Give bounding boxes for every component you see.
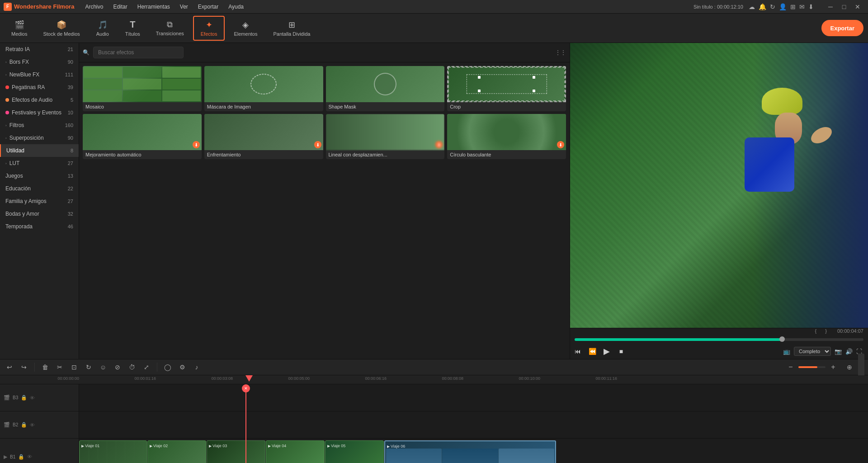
zoom-in-button[interactable]: + [827,361,839,373]
search-input[interactable] [93,47,184,58]
effect-shape[interactable]: Shape Mask [326,66,445,111]
expand-button[interactable]: ⤢ [141,361,152,373]
sidebar-item-utilidad[interactable]: Utilidad 8 [0,144,79,157]
zoom-out-button[interactable]: − [785,361,797,373]
track-b1-body[interactable]: ▶Viaje 01 ▶Viaje 02 ▶Viaje 03 ▶Viaje 04 [79,439,868,463]
sidebar-item-festivales[interactable]: Festivales y Eventos 10 [0,106,79,119]
effects-panel: 🔍 ⋮⋮ [79,43,570,359]
menu-editar[interactable]: Editar [108,3,132,11]
maximize-button[interactable]: □ [837,0,851,14]
toolbar-efectos[interactable]: ✦ Efectos [193,16,225,41]
user-icon[interactable]: 👤 [779,3,787,10]
sticker-button[interactable]: ☺ [97,361,109,373]
grid-icon[interactable]: ⊞ [790,3,796,10]
minimize-button[interactable]: ─ [824,0,837,14]
sidebar-item-retrato[interactable]: Retrato IA 21 [0,43,79,56]
step-back-button[interactable]: ⏮ [572,346,583,357]
effect-thumb-circulo: ⬇ [447,114,566,150]
effect-mascara[interactable]: Máscara de Imagen [204,66,323,111]
play-button[interactable]: ▶ [601,346,612,357]
menu-ver[interactable]: Ver [175,3,193,11]
sidebar-item-newblue[interactable]: › NewBlue FX 111 [0,68,79,81]
sidebar-item-lut[interactable]: › LUT 27 [0,157,79,170]
add-track-button[interactable]: ⊕ [844,361,855,373]
menu-herramientas[interactable]: Herramientas [133,3,175,11]
track-b1-eye[interactable]: 👁 [27,454,32,459]
sidebar-item-borsfx[interactable]: › Bors FX 90 [0,56,79,68]
rewind-button[interactable]: ⏪ [587,346,598,357]
app-logo: F Wondershare Filmora [4,3,74,11]
toolbar-medios[interactable]: 🎬 Medios [5,16,34,41]
mask-button[interactable]: ◯ [162,361,174,373]
track-b2-body[interactable] [79,411,868,438]
undo-button[interactable]: ↩ [4,361,15,373]
toolbar-audio[interactable]: 🎵 Audio [89,16,116,41]
quality-select[interactable]: Completo 1/2 1/4 [794,347,831,356]
message-icon[interactable]: ✉ [799,3,805,10]
sidebar-item-bodas[interactable]: Bodas y Amor 32 [0,208,79,220]
effect-enfrentamiento[interactable]: ⬇ Enfrentamiento [204,114,323,159]
redo-button[interactable]: ↪ [18,361,30,373]
menu-archivo[interactable]: Archivo [80,3,108,11]
effect-mejora[interactable]: ⬇ Mejoramiento automático [83,114,202,159]
timer-button[interactable]: ⏱ [126,361,138,373]
clip-viaje03[interactable]: ▶Viaje 03 [207,440,265,463]
cloud-icon[interactable]: ☁ [749,3,755,10]
sidebar-item-filtros[interactable]: › Filtros 160 [0,119,79,132]
effect-mosaico[interactable]: Mosaico [83,66,202,111]
clip-viaje06[interactable]: ▶Viaje 06 [384,440,556,463]
adjust-button[interactable]: ⚙ [176,361,188,373]
effect-crop[interactable]: Crop [447,66,566,111]
efectos-icon: ✦ [206,20,212,30]
volume-icon[interactable]: 🔊 [845,348,853,355]
export-button[interactable]: Exportar [821,20,863,36]
sidebar-item-juegos[interactable]: Juegos 13 [0,170,79,182]
menu-exportar[interactable]: Exportar [193,3,223,11]
sidebar: Retrato IA 21 › Bors FX 90 › NewBlue FX … [0,43,79,359]
sidebar-item-superposicion[interactable]: › Superposición 90 [0,132,79,144]
effect-thumb-shape [326,66,445,102]
effect-circulo[interactable]: ⬇ Círculo basculante [447,114,566,159]
track-b2-lock[interactable]: 🔒 [21,422,27,428]
playhead-circle: ✕ [242,384,250,392]
close-button[interactable]: ✕ [851,0,864,14]
track-b3-eye[interactable]: 👁 [30,395,35,401]
grid-view-icon[interactable]: ⋮⋮ [555,49,566,56]
sidebar-item-educacion[interactable]: Educación 22 [0,182,79,195]
track-b2-eye[interactable]: 👁 [30,422,35,428]
delete-button[interactable]: 🗑 [39,361,51,373]
toolbar-transiciones[interactable]: ⧉ Transiciones [149,16,191,41]
sidebar-item-efectosaudio[interactable]: Efectos de Audio 5 [0,94,79,106]
clip-viaje05[interactable]: ▶Viaje 05 [325,440,384,463]
crop-tool-button[interactable]: ⊡ [68,361,80,373]
effect-lineal[interactable]: ⬇ Lineal con desplazamien... [326,114,445,159]
rotate-button[interactable]: ↻ [83,361,94,373]
sidebar-item-temporada[interactable]: Temporada 46 [0,220,79,233]
cut-button[interactable]: ✂ [54,361,66,373]
bell-icon[interactable]: 🔔 [759,3,766,10]
zoom-slider[interactable] [798,366,826,368]
clip-viaje04[interactable]: ▶Viaje 04 [266,440,325,463]
track-b1-lock[interactable]: 🔒 [18,454,24,460]
clip-viaje02[interactable]: ▶Viaje 02 [147,440,206,463]
window-controls: ─ □ ✕ [824,0,864,14]
toolbar-elementos[interactable]: ◈ Elementos [227,16,264,41]
download-icon[interactable]: ⬇ [808,3,814,10]
sidebar-item-pegatinas[interactable]: Pegatinas RA 39 [0,81,79,94]
progress-bar[interactable] [575,338,863,341]
refresh-icon[interactable]: ↻ [770,3,775,10]
toolbar-pantalla[interactable]: ⊞ Pantalla Dividida [266,16,317,41]
split-button[interactable]: ⊘ [112,361,123,373]
stop-button[interactable]: ■ [616,346,627,357]
clip-viaje01[interactable]: ▶Viaje 01 [79,440,147,463]
toolbar-stock[interactable]: 📦 Stock de Medios [36,16,86,41]
toolbar-titulos[interactable]: T Títulos [118,16,147,41]
audio-button[interactable]: ♪ [191,361,203,373]
menu-ayuda[interactable]: Ayuda [224,3,248,11]
sidebar-item-familia[interactable]: Familia y Amigos 27 [0,195,79,208]
snapshot-icon[interactable]: 📷 [835,348,842,355]
track-b3-lock[interactable]: 🔒 [21,395,27,401]
effect-enfrentamiento-label: Enfrentamiento [204,150,323,159]
track-b3-label: B3 [13,395,18,400]
track-b3-body[interactable] [79,384,868,411]
